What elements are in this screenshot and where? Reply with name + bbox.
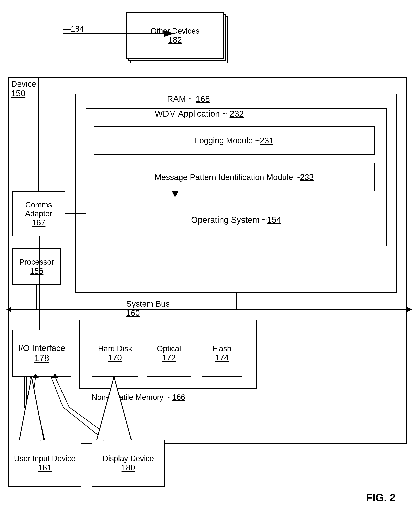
comms-label: Comms Adapter [13, 201, 65, 218]
optical-num: 172 [162, 353, 176, 362]
uid-num: 181 [38, 463, 52, 472]
uid-box: User Input Device 181 [8, 440, 82, 487]
device-num: 150 [11, 89, 36, 98]
sysbus-label: System Bus [126, 299, 170, 309]
fig-label: FIG. 2 [366, 491, 396, 504]
msgpat-label: Message Pattern Identification Module ~ [155, 173, 300, 182]
other-devices-label: Other Devices [151, 27, 200, 35]
sysbus-label-area: System Bus 160 [126, 299, 170, 318]
uid-label: User Input Device [14, 454, 75, 463]
other-devices-num: 182 [168, 35, 182, 45]
dd-box: Display Device 180 [92, 440, 165, 487]
comms-num: 167 [32, 218, 45, 227]
flash-box: Flash 174 [202, 330, 242, 377]
ram-label: RAM ~ [167, 94, 196, 104]
optical-box: Optical 172 [147, 330, 191, 377]
comms-box: Comms Adapter 167 [12, 191, 65, 236]
nvm-label: Non-Volatile Memory ~ [92, 393, 172, 401]
processor-label: Processor [19, 258, 54, 266]
flash-num: 174 [215, 353, 229, 362]
svg-text:—184: —184 [63, 25, 84, 33]
nvm-num: 166 [172, 393, 185, 401]
harddisk-num: 170 [108, 353, 122, 362]
other-devices-box: Other Devices 182 [126, 12, 224, 59]
wdm-label: WDM Application ~ [155, 109, 230, 119]
wdm-label-area: WDM Application ~ 232 [155, 109, 244, 119]
msgpat-box: Message Pattern Identification Module ~ … [94, 163, 375, 191]
io-box: I/O Interface 178 [12, 330, 71, 377]
msgpat-num: 233 [300, 173, 314, 182]
processor-num: 156 [30, 266, 44, 276]
flash-label: Flash [213, 344, 232, 353]
wdm-num: 232 [230, 109, 244, 119]
harddisk-box: Hard Disk 170 [92, 330, 138, 377]
ram-num: 168 [196, 94, 210, 104]
device-label: Device [11, 79, 36, 89]
processor-box: Processor 156 [12, 249, 61, 285]
logging-label: Logging Module ~ [195, 136, 260, 145]
logging-box: Logging Module ~ 231 [94, 126, 375, 155]
svg-marker-14 [407, 307, 412, 312]
device-label-area: Device 150 [11, 79, 36, 98]
io-label: I/O Interface [18, 343, 65, 353]
os-box: Operating System ~ 154 [85, 206, 387, 234]
sysbus-num: 160 [126, 309, 170, 318]
dd-num: 180 [121, 463, 135, 472]
harddisk-label: Hard Disk [98, 344, 132, 353]
os-label: Operating System ~ [191, 215, 267, 225]
logging-num: 231 [260, 136, 273, 145]
diagram-container: Other Devices 182 Device 150 RAM ~ 168 W… [0, 0, 420, 520]
dd-label: Display Device [103, 454, 154, 463]
io-num: 178 [34, 353, 49, 363]
optical-label: Optical [157, 344, 181, 353]
nvm-label-area: Non-Volatile Memory ~ 166 [92, 393, 185, 402]
ram-label-area: RAM ~ 168 [167, 94, 210, 104]
os-num: 154 [267, 215, 281, 225]
